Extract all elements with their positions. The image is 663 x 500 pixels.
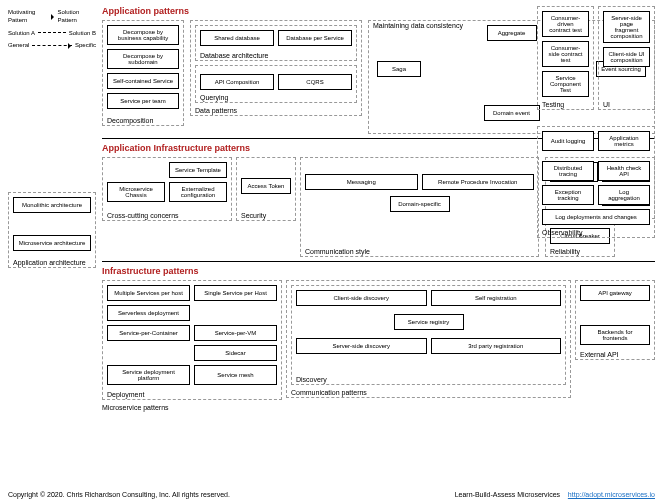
external-api-group: API gateway Backends for frontends Exter… (575, 280, 655, 360)
service-component-test: Service Component Test (542, 71, 589, 97)
footer-learn: Learn-Build-Assess Microservices (455, 491, 560, 498)
multi-services-per-host: Multiple Services per host (107, 285, 190, 301)
ui-label: UI (603, 101, 610, 108)
legend-solution-pattern: Solution Pattern (58, 8, 96, 25)
legend-motivating: Motivating Pattern (8, 8, 52, 25)
self-contained-service: Self-contained Service (107, 73, 179, 89)
domain-specific: Domain-specific (390, 196, 450, 212)
db-architecture-group: Shared database Database per Service Dat… (195, 25, 357, 61)
testing-label: Testing (542, 101, 564, 108)
legend: Motivating Pattern Solution Pattern Solu… (8, 8, 96, 54)
legend-solution-b: Solution B (69, 29, 96, 37)
footer-link[interactable]: http://adopt.microservices.io (568, 491, 655, 498)
third-party-registration: 3rd party registration (431, 338, 562, 354)
service-per-vm: Service-per-VM (194, 325, 277, 341)
server-side-discovery: Server-side discovery (296, 338, 427, 354)
rpi: Remote Procedure Invocation (422, 174, 535, 190)
comm-patterns-label: Communication patterns (291, 389, 367, 396)
microservice-chassis: Microservice Chassis (107, 182, 165, 202)
self-registration: Self registration (431, 290, 562, 306)
application-architecture-group: Monolithic architecture Microservice arc… (8, 192, 96, 268)
externalized-config: Externalized configuration (169, 182, 227, 202)
divider-2 (102, 261, 655, 262)
discovery-group: Client-side discovery Self registration … (291, 285, 566, 385)
copyright: Copyright © 2020. Chris Richardson Consu… (8, 491, 230, 498)
client-side-discovery: Client-side discovery (296, 290, 427, 306)
api-composition: API Composition (200, 74, 274, 90)
maintain-label: Maintaining data consistency (373, 22, 463, 29)
querying-label: Querying (200, 94, 228, 101)
service-template: Service Template (169, 162, 227, 178)
testing-group: Consumer-driven contract test Consumer-s… (537, 6, 594, 110)
deployment-label: Deployment (107, 391, 144, 398)
data-patterns-label: Data patterns (195, 107, 237, 114)
comm-style-group: Messaging Remote Procedure Invocation Do… (300, 157, 539, 257)
access-token: Access Token (241, 178, 291, 194)
decomposition-group: Decompose by business capability Decompo… (102, 20, 184, 126)
right-column: Consumer-driven contract test Consumer-s… (537, 6, 655, 238)
deployment-group: Multiple Services per host Single Servic… (102, 280, 282, 400)
client-side-ui-comp: Client-side UI composition (603, 47, 650, 67)
comm-style-label: Communication style (305, 248, 370, 255)
legend-general: General (8, 41, 29, 49)
external-api-label: External API (580, 351, 619, 358)
messaging: Messaging (305, 174, 418, 190)
service-mesh: Service mesh (194, 365, 277, 385)
discovery-label: Discovery (296, 376, 327, 383)
communication-patterns-group: Client-side discovery Self registration … (286, 280, 571, 398)
backends-for-frontends: Backends for frontends (580, 325, 650, 345)
microservice-patterns-label: Microservice patterns (102, 404, 655, 411)
service-registry: Service registry (394, 314, 464, 330)
section-infra-title: Infrastructure patterns (102, 266, 655, 276)
log-aggregation: Log aggregation (598, 185, 650, 205)
distributed-tracing: Distributed tracing (542, 161, 594, 181)
footer: Copyright © 2020. Chris Richardson Consu… (8, 491, 655, 498)
legend-solution-a: Solution A (8, 29, 35, 37)
sidecar: Sidecar (194, 345, 277, 361)
decomposition-label: Decomposition (107, 117, 153, 124)
querying-group: API Composition CQRS Querying (195, 65, 357, 103)
cqrs: CQRS (278, 74, 352, 90)
database-per-service: Database per Service (278, 30, 352, 46)
security-label: Security (241, 212, 266, 219)
consumer-driven-test: Consumer-driven contract test (542, 11, 589, 37)
service-per-container: Service-per-Container (107, 325, 190, 341)
reliability-label: Reliability (550, 248, 580, 255)
deployment-platform: Service deployment platform (107, 365, 190, 385)
saga: Saga (377, 61, 421, 77)
decompose-subdomain: Decompose by subdomain (107, 49, 179, 69)
db-arch-label: Database architecture (200, 52, 268, 59)
serverless: Serverless deployment (107, 305, 190, 321)
exception-tracking: Exception tracking (542, 185, 594, 205)
single-service-per-host: Single Service per Host (194, 285, 277, 301)
cross-cutting-group: Service Template Microservice Chassis Ex… (102, 157, 232, 221)
data-patterns-group: Shared database Database per Service Dat… (190, 20, 362, 116)
microservice-box: Microservice architecture (13, 235, 91, 251)
audit-logging: Audit logging (542, 131, 594, 151)
server-side-fragment: Server-side page fragment composition (603, 11, 650, 43)
domain-event: Domain event (484, 105, 540, 121)
observability-label: Observability (542, 229, 582, 236)
consumer-side-test: Consumer-side contract test (542, 41, 589, 67)
aggregate: Aggregate (487, 25, 537, 41)
monolithic-box: Monolithic architecture (13, 197, 91, 213)
app-arch-label: Application architecture (13, 259, 86, 266)
ui-group: Server-side page fragment composition Cl… (598, 6, 655, 110)
legend-specific: Specific (75, 41, 96, 49)
decompose-capability: Decompose by business capability (107, 25, 179, 45)
service-per-team: Service per team (107, 93, 179, 109)
api-gateway: API gateway (580, 285, 650, 301)
security-group: Access Token Security (236, 157, 296, 221)
health-check-api: Health check API (598, 161, 650, 181)
observability-group: Audit logging Application metrics Distri… (537, 126, 655, 238)
application-metrics: Application metrics (598, 131, 650, 151)
log-deployments: Log deployments and changes (542, 209, 650, 225)
shared-database: Shared database (200, 30, 274, 46)
cross-cutting-label: Cross-cutting concerns (107, 212, 179, 219)
